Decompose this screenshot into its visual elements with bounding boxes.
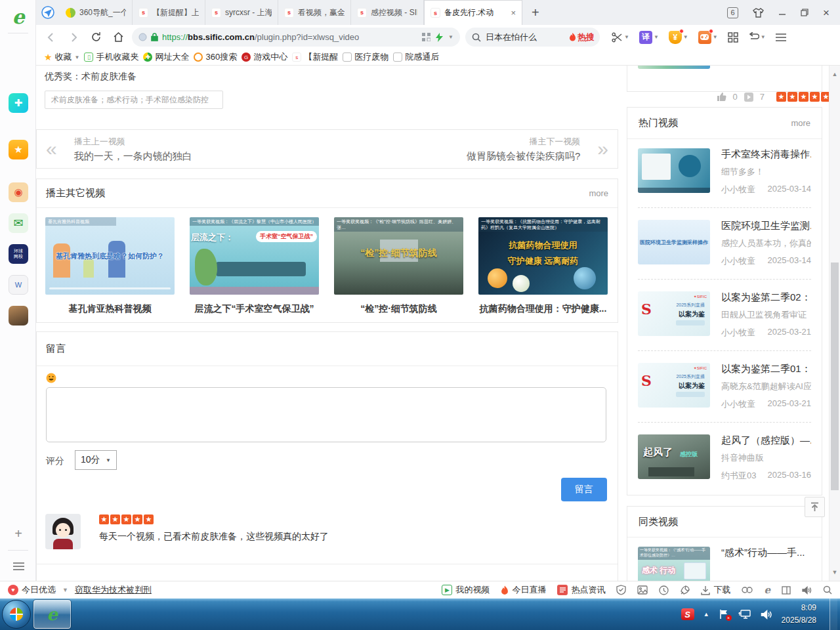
network-icon[interactable] <box>738 609 751 620</box>
dock-word-doc-icon[interactable]: W <box>9 275 28 295</box>
tab-active-beipixianxing[interactable]: s 备皮先行.术动 × <box>424 0 522 25</box>
video-card[interactable]: 一等奖获奖视频：《抗菌药物合理使用：守护健康，远离耐药》程韵凡（复旦大学附属金山… <box>478 217 608 315</box>
window-split-icon[interactable] <box>782 586 791 595</box>
scroll-up-arrow-icon[interactable]: ▲ <box>830 71 840 77</box>
security-shield-icon[interactable] <box>616 585 626 595</box>
prev-video[interactable]: 播主上一视频 我的一天，一条内镜的独白 <box>74 136 192 163</box>
bookmark-game-center[interactable]: G 游戏中心 <box>242 51 287 63</box>
refresh-icon[interactable] <box>87 29 104 46</box>
taskbar-browser-button[interactable]: e <box>33 600 71 629</box>
search-icon[interactable] <box>823 585 832 595</box>
dock-game-icon[interactable] <box>9 306 28 326</box>
tab-360-nav[interactable]: 360导航_一个 <box>60 0 133 25</box>
hot-videos-more-link[interactable]: more <box>791 118 810 128</box>
chevron-down-icon[interactable]: ▼ <box>75 54 80 60</box>
video-card-title[interactable]: 层流之下“手术室空气保卫战” <box>190 303 319 315</box>
video-card-title[interactable]: 基孔肯亚热科普视频 <box>45 303 175 315</box>
download-link[interactable]: 下载 <box>701 584 730 596</box>
collapse-chevron-icon[interactable]: ▼ <box>62 587 68 593</box>
video-thumbnail[interactable]: 医院环境卫生学监测采样操作 <box>638 220 710 264</box>
tab-new-notice[interactable]: s 【新提醒】上 <box>133 0 205 25</box>
address-bar[interactable]: https://bbs.sific.com.cn/plugin.php?id=x… <box>132 28 460 47</box>
hot-news-link[interactable]: 热点资讯 <box>557 584 605 596</box>
bookmark-medical-waste[interactable]: 医疗废物 <box>343 51 388 63</box>
bookmark-yuangan[interactable]: 院感通后 <box>393 51 439 63</box>
bookmark-site-directory[interactable]: ✚ 网址大全 <box>143 51 189 63</box>
home-icon[interactable] <box>110 29 127 46</box>
bookmark-360-search[interactable]: 360搜索 <box>194 51 237 63</box>
bookmark-favorites[interactable]: ★ 收藏 ▼ <box>44 51 79 63</box>
wallet-shield-icon[interactable]: ¥ ▼ <box>669 31 688 44</box>
bookmark-new-notice[interactable]: s 【新提醒 <box>292 51 338 63</box>
tab-watch-video[interactable]: s 看视频，赢金 <box>278 0 351 25</box>
next-chevrons-icon[interactable]: » <box>597 139 608 159</box>
menu-hamburger-icon[interactable] <box>776 33 786 41</box>
hot-video-item[interactable]: 手术室终末消毒操作... 细节多多！ 小小牧童 2025-03-14 <box>627 148 822 196</box>
screenshot-scissors-icon[interactable]: ▼ <box>612 32 629 43</box>
dock-mail-icon[interactable]: ✉ <box>9 213 28 233</box>
undo-icon[interactable]: ▼ <box>748 32 766 42</box>
games-gamepad-icon[interactable]: ▼ <box>698 31 718 44</box>
scrollbar-thumb[interactable] <box>831 262 839 490</box>
video-card[interactable]: 一等奖获奖视频：《层流之下》黎慧（中山市小榄人民医院） 层流之下： 手术室“空气… <box>190 217 319 315</box>
hot-video-title[interactable]: 手术室终末消毒操作... <box>721 148 811 161</box>
start-button[interactable] <box>2 600 31 629</box>
link-icon[interactable] <box>742 586 753 594</box>
back-to-top-button[interactable] <box>805 497 825 517</box>
search-box[interactable]: 日本在怕什么 热搜 <box>465 28 600 47</box>
video-thumbnail[interactable]: S ✦SIFIC 2025系列直播 以案为鉴 <box>638 291 710 336</box>
like-icon[interactable] <box>717 92 726 102</box>
tab-count-button[interactable]: 6 <box>727 7 738 18</box>
volume-icon[interactable] <box>761 610 772 620</box>
rating-select[interactable]: 10分 ▼ <box>75 450 117 470</box>
hot-video-title[interactable]: 医院环境卫生学监测... <box>721 220 811 232</box>
next-video[interactable]: 播主下一视频 做胃肠镜会被传染疾病吗? <box>467 136 580 163</box>
dock-app-icon[interactable]: ✚ <box>9 93 28 113</box>
hot-video-title[interactable]: 起风了（感控版）—... <box>721 434 811 447</box>
submit-comment-button[interactable]: 留言 <box>561 478 607 501</box>
video-thumbnail[interactable]: 一等奖获奖视频：《层流之下》黎慧（中山市小榄人民医院） 层流之下： 手术室“空气… <box>190 217 319 295</box>
video-thumbnail[interactable]: 起风了 感控版 <box>638 434 710 479</box>
url-dropdown-chevron-icon[interactable]: ▼ <box>448 34 453 40</box>
action-center-flag-icon[interactable]: × <box>719 609 729 620</box>
speaker-icon[interactable] <box>802 586 812 595</box>
tab-syrcxsr[interactable]: s syrcxsr - 上海 <box>205 0 278 25</box>
dock-huanqiu-icon[interactable]: 环球网校 <box>9 244 28 264</box>
video-card-title[interactable]: “检”控·细节筑防线 <box>334 303 463 315</box>
back-icon[interactable] <box>43 29 60 46</box>
dock-list-icon[interactable] <box>9 556 28 576</box>
live-link[interactable]: 今日直播 <box>501 584 546 596</box>
similar-video-item[interactable]: 一等奖获奖视频：《"感术"行动——手术部位感染防控》… 感术 行动 “感术”行动… <box>627 547 822 581</box>
hot-video-item[interactable]: 起风了 感控版 起风了（感控版）—... 抖音神曲版 约书亚03 2025-03… <box>627 434 822 482</box>
hot-video-item[interactable]: S ✦SIFIC 2025系列直播 以案为鉴 以案为鉴第二季01：... 高晓东… <box>627 363 822 410</box>
headline-link[interactable]: 窃取华为技术被判刑 <box>75 584 152 596</box>
my-videos-link[interactable]: ▶ 我的视频 <box>442 584 490 596</box>
daily-pick-link[interactable]: ♥ 今日优选 <box>8 584 56 596</box>
video-thumbnail[interactable]: 一等奖获奖视频：《抗菌药物合理使用：守护健康，远离耐药》程韵凡（复旦大学附属金山… <box>478 217 608 295</box>
minimize-icon[interactable] <box>778 9 786 16</box>
tab-gankong-video[interactable]: s 感控视频 - SIF <box>351 0 424 25</box>
hot-video-item[interactable]: 医院环境卫生学监测采样操作 医院环境卫生学监测... 感控人员基本功，你真的会采… <box>627 220 822 267</box>
other-videos-more-link[interactable]: more <box>589 188 608 198</box>
timer-icon[interactable] <box>659 585 669 595</box>
browser-360-logo-icon[interactable]: e <box>9 7 28 26</box>
video-thumbnail[interactable] <box>638 148 710 193</box>
video-card-title[interactable]: 抗菌药物合理使用：守护健康... <box>478 303 608 315</box>
dock-favorites-star-icon[interactable]: ★ <box>9 140 28 159</box>
hot-search-link[interactable]: 热搜 <box>569 32 595 43</box>
tray-expand-arrow-icon[interactable]: ▲ <box>704 611 709 618</box>
forward-icon[interactable] <box>65 29 82 46</box>
restore-icon[interactable] <box>801 9 808 16</box>
theme-shirt-icon[interactable] <box>753 8 764 18</box>
speed-bolt-icon[interactable] <box>436 33 443 42</box>
new-tab-button[interactable]: + <box>522 0 549 25</box>
apps-grid-icon[interactable] <box>728 32 738 43</box>
video-card[interactable]: 基孔肯雅热科普视频 基孔肯雅热到底是啥？如何防护？ 基孔肯亚热科普视频 <box>45 217 175 315</box>
navigation-compass-icon[interactable] <box>36 0 60 25</box>
bookmark-mobile-favorites[interactable]: ▯ 手机收藏夹 <box>84 51 138 63</box>
hot-video-item[interactable]: S ✦SIFIC 2025系列直播 以案为鉴 以案为鉴第二季02：... 田靓从… <box>627 291 822 339</box>
page-scrollbar[interactable]: ▲ ▼ <box>829 66 840 581</box>
ie-icon[interactable]: e <box>764 584 770 596</box>
prev-chevrons-icon[interactable]: « <box>46 139 57 159</box>
similar-video-title[interactable]: “感术”行动——手... <box>721 547 811 559</box>
